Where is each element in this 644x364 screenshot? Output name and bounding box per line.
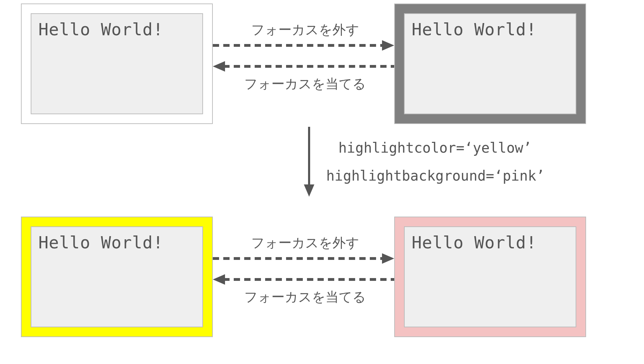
textbox-text: Hello World! (38, 20, 163, 39)
state-box-custom-focused: Hello World! (21, 217, 213, 337)
arrow-left-bottom-icon (213, 272, 394, 286)
code-highlightbackground: highlightbackground=‘pink’ (326, 168, 545, 184)
arrow-label-give-focus-bottom: フォーカスを当てる (244, 288, 366, 306)
arrow-right-bottom-icon (213, 252, 394, 265)
arrow-down-icon (302, 127, 316, 197)
textbox-text: Hello World! (412, 20, 537, 39)
svg-marker-1 (382, 40, 394, 51)
state-box-custom-unfocused: Hello World! (394, 217, 586, 337)
state-box-default-unfocused: Hello World! (394, 3, 586, 124)
textbox: Hello World! (31, 13, 203, 114)
textbox-text: Hello World! (412, 233, 537, 252)
textbox: Hello World! (31, 226, 203, 327)
arrow-left-top-icon (213, 59, 394, 73)
textbox: Hello World! (404, 226, 576, 327)
textbox: Hello World! (404, 13, 576, 114)
code-highlightcolor: highlightcolor=‘yellow’ (338, 140, 532, 156)
textbox-text: Hello World! (38, 233, 163, 252)
state-box-default-focused: Hello World! (21, 3, 213, 124)
arrow-label-remove-focus-bottom: フォーカスを外す (251, 234, 359, 252)
svg-marker-5 (304, 184, 314, 197)
svg-marker-9 (213, 274, 225, 285)
svg-marker-3 (213, 61, 225, 72)
arrow-label-give-focus-top: フォーカスを当てる (244, 75, 366, 93)
arrow-right-top-icon (213, 38, 394, 52)
arrow-label-remove-focus-top: フォーカスを外す (251, 21, 359, 39)
svg-marker-7 (382, 253, 394, 264)
